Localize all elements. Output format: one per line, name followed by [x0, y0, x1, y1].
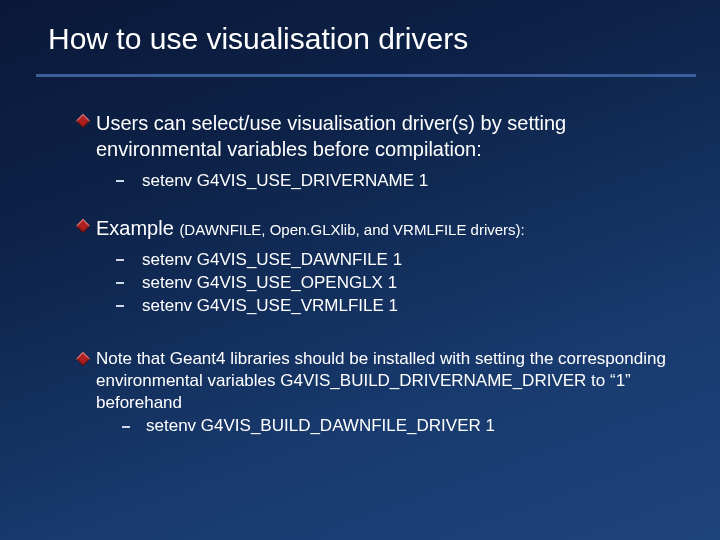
- bullet-1-text: Users can select/use visualisation drive…: [96, 110, 680, 162]
- bullet-1-sub-1: setenv G4VIS_USE_DRIVERNAME 1: [96, 170, 680, 193]
- diamond-icon: [76, 219, 90, 233]
- bullet-2-lead: Example: [96, 217, 179, 239]
- slide-title: How to use visualisation drivers: [48, 22, 468, 56]
- bullet-1: Users can select/use visualisation drive…: [96, 110, 680, 162]
- bullet-2-sub-3: setenv G4VIS_USE_VRMLFILE 1: [96, 295, 680, 318]
- bullet-2-text: Example (DAWNFILE, Open.GLXlib, and VRML…: [96, 215, 680, 241]
- dash-icon: [116, 305, 124, 307]
- title-underline: [36, 74, 696, 77]
- diamond-icon: [76, 114, 90, 128]
- sub-text: setenv G4VIS_USE_OPENGLX 1: [142, 273, 397, 292]
- content-area: Users can select/use visualisation drive…: [96, 110, 680, 444]
- diamond-icon: [76, 352, 90, 366]
- bullet-2-sublist: setenv G4VIS_USE_DAWNFILE 1 setenv G4VIS…: [96, 249, 680, 318]
- sub-text: setenv G4VIS_USE_DRIVERNAME 1: [142, 171, 428, 190]
- sub-text: setenv G4VIS_BUILD_DAWNFILE_DRIVER 1: [146, 416, 495, 435]
- bullet-2-sub-2: setenv G4VIS_USE_OPENGLX 1: [96, 272, 680, 295]
- bullet-2-paren: (DAWNFILE, Open.GLXlib, and VRMLFILE dri…: [179, 221, 524, 238]
- bullet-2: Example (DAWNFILE, Open.GLXlib, and VRML…: [96, 215, 680, 241]
- dash-icon: [116, 180, 124, 182]
- sub-text: setenv G4VIS_USE_DAWNFILE 1: [142, 250, 402, 269]
- bullet-2-sub-1: setenv G4VIS_USE_DAWNFILE 1: [96, 249, 680, 272]
- bullet-1-sublist: setenv G4VIS_USE_DRIVERNAME 1: [96, 170, 680, 193]
- sub-text: setenv G4VIS_USE_VRMLFILE 1: [142, 296, 398, 315]
- bullet-3-text: Note that Geant4 libraries should be ins…: [96, 348, 680, 414]
- dash-icon: [116, 282, 124, 284]
- dash-icon: [116, 259, 124, 261]
- dash-icon: [122, 426, 130, 428]
- bullet-3: Note that Geant4 libraries should be ins…: [96, 348, 680, 436]
- slide: How to use visualisation drivers Users c…: [0, 0, 720, 540]
- bullet-3-sub-1: setenv G4VIS_BUILD_DAWNFILE_DRIVER 1: [96, 416, 680, 436]
